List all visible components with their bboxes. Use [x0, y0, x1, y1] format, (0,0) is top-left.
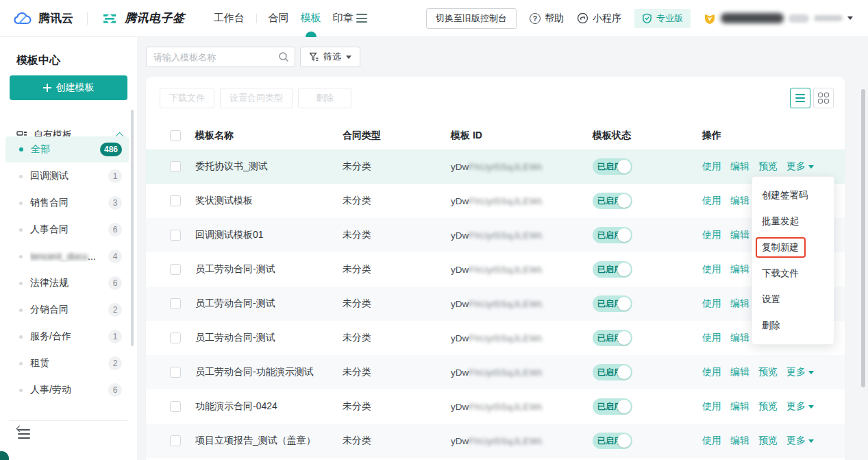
select-all-checkbox[interactable] [170, 130, 181, 141]
menu-item-copy-create[interactable]: 复制新建 [752, 234, 834, 261]
sidebar-scrollbar-thumb[interactable] [131, 110, 134, 346]
miniapp-link[interactable]: 小程序 [577, 12, 621, 25]
action-use[interactable]: 使用 [702, 366, 721, 378]
action-edit[interactable]: 编辑 [730, 160, 749, 173]
sidebar-item-4[interactable]: tencent_docu...4 [5, 243, 129, 269]
status-toggle-enabled[interactable]: 已启用 [593, 261, 632, 278]
nav-item-1[interactable]: 合同 [269, 0, 289, 37]
sidebar-item-0[interactable]: 全部486 [5, 136, 129, 162]
action-edit[interactable]: 编辑 [730, 366, 749, 378]
sidebar-item-3[interactable]: 人事合同6 [5, 217, 129, 243]
status-toggle-enabled[interactable]: 已启用 [593, 158, 632, 175]
action-edit[interactable]: 编辑 [730, 332, 749, 344]
category-bullet-icon [19, 335, 23, 339]
action-edit[interactable]: 编辑 [730, 195, 749, 207]
user-tag-masked [789, 14, 809, 23]
pro-version-badge[interactable]: 专业版 [634, 9, 691, 28]
row-checkbox[interactable] [170, 195, 181, 206]
action-preview[interactable]: 预览 [758, 435, 778, 447]
filter-button[interactable]: 筛选 [300, 47, 360, 67]
nav-item-0[interactable]: 工作台 [214, 0, 245, 37]
status-toggle-enabled[interactable]: 已启用 [593, 433, 632, 449]
template-id-masked: FhUyt5SqJLEWtaTz [469, 265, 543, 275]
row-checkbox[interactable] [170, 264, 181, 275]
user-caret-down-icon [847, 16, 853, 20]
action-use[interactable]: 使用 [702, 298, 721, 310]
menu-item-download-file[interactable]: 下载文件 [752, 261, 834, 287]
search-icon[interactable] [278, 51, 289, 62]
action-use[interactable]: 使用 [702, 332, 721, 344]
collapse-sidebar-icon[interactable] [18, 428, 32, 440]
row-checkbox[interactable] [170, 367, 181, 378]
column-header-name: 模板名称 [195, 130, 343, 142]
status-toggle-enabled[interactable]: 已启用 [593, 330, 632, 346]
row-checkbox[interactable] [170, 435, 181, 446]
category-bullet-icon [19, 255, 23, 258]
menu-item-batch-send[interactable]: 批量发起 [752, 208, 834, 234]
user-account-menu[interactable] [704, 12, 853, 25]
menu-item-delete[interactable]: 删除 [752, 313, 834, 339]
list-view-button[interactable] [790, 88, 810, 108]
nav-item-2[interactable]: 模板 [301, 0, 321, 37]
sidebar-item-2[interactable]: 销售合同3 [5, 190, 129, 216]
sidebar-item-9[interactable]: 人事/劳动6 [5, 377, 129, 403]
action-edit[interactable]: 编辑 [730, 298, 749, 310]
template-id: yDwFhUyt5SqJLEWtaTz [451, 402, 593, 412]
menu-item-settings[interactable]: 设置 [752, 287, 834, 313]
download-files-button[interactable]: 下载文件 [160, 88, 214, 108]
category-count-badge: 6 [108, 223, 122, 237]
set-contract-type-button[interactable]: 设置合同类型 [220, 88, 293, 108]
action-more[interactable]: 更多 [786, 435, 814, 447]
action-edit[interactable]: 编辑 [730, 263, 749, 276]
action-use[interactable]: 使用 [702, 400, 721, 413]
sidebar-item-1[interactable]: 回调测试1 [5, 163, 129, 189]
row-checkbox[interactable] [170, 401, 181, 412]
sidebar-item-6[interactable]: 分销合同2 [5, 297, 129, 323]
status-toggle-enabled[interactable]: 已启用 [593, 227, 632, 243]
action-more[interactable]: 更多 [786, 160, 814, 173]
category-label: 回调测试 [30, 170, 69, 182]
action-preview[interactable]: 预览 [758, 366, 778, 378]
row-checkbox[interactable] [170, 161, 181, 172]
brand-area: 腾讯云 腾讯电子签 [14, 10, 185, 26]
switch-old-console-button[interactable]: 切换至旧版控制台 [426, 8, 517, 29]
action-more[interactable]: 更多 [786, 400, 814, 413]
delete-button[interactable]: 删除 [298, 88, 351, 108]
action-use[interactable]: 使用 [702, 195, 721, 207]
search-input[interactable] [146, 47, 295, 67]
action-preview[interactable]: 预览 [758, 400, 778, 413]
menu-item-create-sign-code[interactable]: 创建签署码 [752, 182, 834, 208]
action-use[interactable]: 使用 [702, 263, 721, 276]
action-use[interactable]: 使用 [702, 229, 721, 241]
status-toggle-enabled[interactable]: 已启用 [593, 295, 632, 312]
template-name: 员工劳动合同-功能演示测试 [195, 366, 343, 378]
contract-type: 未分类 [343, 263, 451, 276]
action-edit[interactable]: 编辑 [730, 400, 749, 413]
nav-more-menu-icon[interactable] [356, 14, 367, 23]
sidebar-item-7[interactable]: 服务/合作1 [5, 324, 129, 350]
grid-view-button[interactable] [813, 88, 834, 108]
category-bullet-icon [19, 202, 23, 205]
action-use[interactable]: 使用 [702, 435, 721, 447]
template-id: yDwFhUyt5SqJLEWtaTz [451, 162, 593, 172]
sidebar-item-8[interactable]: 租赁2 [5, 350, 129, 376]
status-toggle-enabled[interactable]: 已启用 [593, 364, 632, 380]
filter-caret-icon [346, 56, 351, 59]
row-checkbox[interactable] [170, 298, 181, 309]
grid-view-icon [818, 93, 830, 104]
create-template-button[interactable]: 创建模板 [10, 75, 127, 100]
help-link[interactable]: ? 帮助 [530, 12, 564, 25]
nav-item-3[interactable]: 印章 [333, 0, 354, 37]
action-more[interactable]: 更多 [786, 366, 814, 378]
row-checkbox[interactable] [170, 332, 181, 343]
action-preview[interactable]: 预览 [758, 160, 778, 173]
row-checkbox[interactable] [170, 230, 181, 241]
action-edit[interactable]: 编辑 [730, 435, 749, 447]
category-count-badge: 1 [108, 169, 122, 183]
action-edit[interactable]: 编辑 [730, 229, 749, 241]
page-scrollbar-thumb[interactable] [861, 89, 865, 387]
sidebar-item-5[interactable]: 法律法规6 [5, 270, 129, 296]
status-toggle-enabled[interactable]: 已启用 [593, 193, 632, 209]
status-toggle-enabled[interactable]: 已启用 [593, 398, 632, 415]
action-use[interactable]: 使用 [702, 160, 721, 173]
